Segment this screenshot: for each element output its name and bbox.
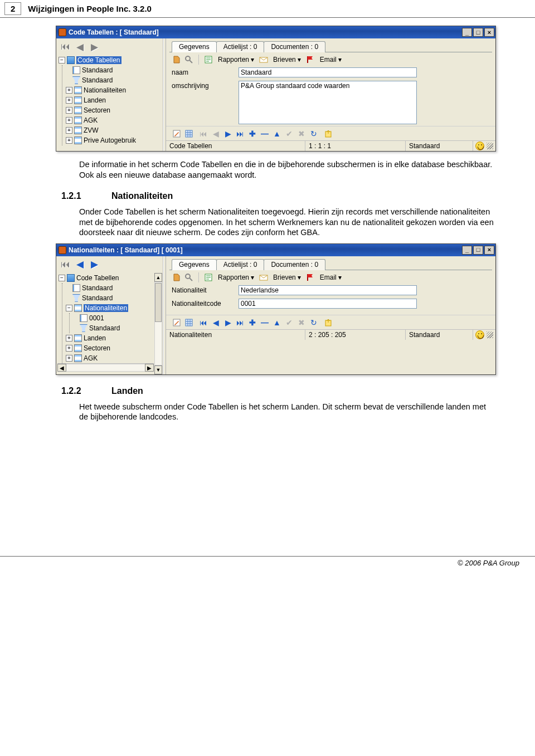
email-button[interactable]: Email▾ <box>318 274 344 281</box>
up-icon[interactable]: ▲ <box>272 318 282 328</box>
close-button[interactable]: × <box>484 28 494 37</box>
tree-item[interactable]: +AGK <box>66 353 154 363</box>
close-button[interactable]: × <box>484 246 494 255</box>
status-mid: 2 : 205 : 205 <box>305 330 406 340</box>
tree-item[interactable]: +Prive Autogebruik <box>66 135 162 145</box>
remove-icon[interactable]: — <box>260 129 270 139</box>
prev-icon[interactable]: ◀ <box>211 318 221 328</box>
tree-item[interactable]: Standaard <box>73 323 154 333</box>
flag-icon[interactable] <box>305 55 315 65</box>
list-icon <box>74 116 82 124</box>
next-icon[interactable]: ▶ <box>223 318 233 328</box>
tree-item[interactable]: Standaard <box>66 65 162 75</box>
mail-icon[interactable] <box>259 55 269 65</box>
nav-next-icon[interactable]: ▶ <box>89 260 100 270</box>
tab-documenten[interactable]: Documenten : 0 <box>264 259 325 270</box>
tree-item[interactable]: +ZVW <box>66 125 162 135</box>
tab-actielijst[interactable]: Actielijst : 0 <box>216 259 265 270</box>
minimize-button[interactable]: _ <box>462 246 472 255</box>
remove-icon[interactable]: — <box>260 318 270 328</box>
tab-gegevens[interactable]: Gegevens <box>172 259 217 270</box>
naam-input[interactable] <box>239 67 417 77</box>
last-icon[interactable]: ⏭ <box>235 129 245 139</box>
report-icon[interactable] <box>203 272 213 282</box>
refresh-icon[interactable]: ↻ <box>309 129 319 139</box>
prev-icon[interactable]: ◀ <box>211 129 221 139</box>
tree-item[interactable]: +Landen <box>66 95 162 105</box>
toolbar: Rapporten▾ Brieven▾ Email▾ <box>166 52 495 66</box>
tab-documenten[interactable]: Documenten : 0 <box>264 41 325 52</box>
next-icon[interactable]: ▶ <box>223 129 233 139</box>
cancel-icon[interactable]: ✖ <box>296 129 307 139</box>
nav-prev-icon[interactable]: ◀ <box>74 42 85 52</box>
refresh-icon[interactable]: ↻ <box>309 318 319 328</box>
rapporten-button[interactable]: Rapporten▾ <box>216 56 256 64</box>
brieven-button[interactable]: Brieven▾ <box>271 56 303 64</box>
tree-item[interactable]: +Sectoren <box>66 343 154 353</box>
edit-icon[interactable] <box>172 318 182 328</box>
first-icon[interactable]: ⏮ <box>198 129 208 139</box>
tree-item[interactable]: Standaard <box>66 283 154 293</box>
export-icon[interactable] <box>323 318 333 328</box>
search-icon[interactable] <box>184 272 194 282</box>
brieven-button[interactable]: Brieven▾ <box>271 274 303 281</box>
up-icon[interactable]: ▲ <box>272 129 282 139</box>
tree[interactable]: −Code Tabellen Standaard Standaard −Nati… <box>57 273 154 363</box>
tree-root[interactable]: Code Tabellen <box>76 274 119 282</box>
email-button[interactable]: Email▾ <box>318 56 344 64</box>
minimize-button[interactable]: _ <box>462 28 472 37</box>
check-icon[interactable]: ✔ <box>284 318 294 328</box>
tree-item[interactable]: Standaard <box>66 75 162 85</box>
tree-item[interactable]: 0001 <box>73 313 154 323</box>
maximize-button[interactable]: □ <box>473 246 483 255</box>
resize-grip[interactable] <box>487 331 493 338</box>
tree-item[interactable]: +Landen <box>66 333 154 343</box>
horizontal-scrollbar[interactable]: ◀ ▶ <box>57 363 154 372</box>
add-icon[interactable]: ✚ <box>247 129 257 139</box>
report-icon[interactable] <box>203 55 213 65</box>
nav-prev-icon[interactable]: ◀ <box>74 260 85 270</box>
mail-icon[interactable] <box>259 272 269 282</box>
first-icon[interactable]: ⏮ <box>198 318 208 328</box>
edit-icon[interactable] <box>172 129 182 139</box>
scroll-right-icon[interactable]: ▶ <box>145 364 154 372</box>
tree-root[interactable]: Code Tabellen <box>76 56 121 64</box>
status-left: Nationaliteiten <box>166 330 305 340</box>
tree-item[interactable]: Standaard <box>66 293 154 303</box>
check-icon[interactable]: ✔ <box>284 129 294 139</box>
tree-item[interactable]: −Nationaliteiten <box>66 303 154 313</box>
scroll-up-icon[interactable]: ▲ <box>154 273 162 282</box>
scroll-left-icon[interactable]: ◀ <box>57 364 66 372</box>
tree-item[interactable]: +Nationaliteiten <box>66 85 162 95</box>
svg-point-6 <box>186 274 190 279</box>
cancel-icon[interactable]: ✖ <box>296 318 307 328</box>
scroll-down-icon[interactable]: ▼ <box>154 365 162 374</box>
nationaliteit-input[interactable] <box>239 285 417 295</box>
flag-icon[interactable] <box>305 272 315 282</box>
add-icon[interactable]: ✚ <box>247 318 257 328</box>
section-number: 1.2.1 <box>56 191 111 201</box>
chevron-down-icon: ▾ <box>251 274 254 281</box>
tree[interactable]: −Code Tabellen Standaard Standaard +Nati… <box>57 55 162 145</box>
tab-gegevens[interactable]: Gegevens <box>172 41 217 52</box>
search-icon[interactable] <box>184 55 194 65</box>
attach-icon[interactable] <box>172 272 182 282</box>
grid-icon[interactable] <box>184 318 194 328</box>
grid-icon[interactable] <box>184 129 194 139</box>
vertical-scrollbar[interactable]: ▲ ▼ <box>154 273 163 374</box>
nav-next-icon[interactable]: ▶ <box>89 42 100 52</box>
attach-icon[interactable] <box>172 55 182 65</box>
nationaliteitcode-input[interactable] <box>239 299 417 309</box>
nav-first-icon[interactable]: ⏮ <box>60 42 71 52</box>
tree-item[interactable]: +Sectoren <box>66 105 162 115</box>
omschrijving-input[interactable] <box>239 81 417 124</box>
nav-first-icon[interactable]: ⏮ <box>60 260 71 270</box>
export-icon[interactable] <box>323 129 333 139</box>
tree-item[interactable]: +AGK <box>66 115 162 125</box>
rapporten-button[interactable]: Rapporten▾ <box>216 274 256 281</box>
resize-grip[interactable] <box>487 143 493 149</box>
maximize-button[interactable]: □ <box>473 28 483 37</box>
last-icon[interactable]: ⏭ <box>235 318 245 328</box>
tab-actielijst[interactable]: Actielijst : 0 <box>216 41 265 52</box>
statusbar: Nationaliteiten 2 : 205 : 205 Standaard <box>166 329 495 340</box>
